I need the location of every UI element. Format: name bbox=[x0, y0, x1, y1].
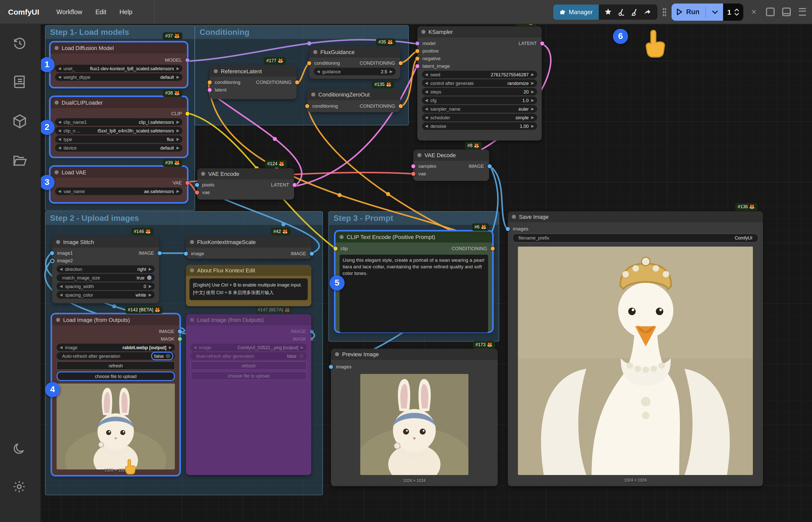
widget-auto-refresh[interactable]: Auto-refresh after generationfalse bbox=[57, 352, 175, 360]
prev-arrow-icon[interactable]: ◀ bbox=[425, 72, 428, 77]
output-slot-conditioning[interactable] bbox=[399, 61, 403, 65]
node-header[interactable]: Load VAE bbox=[50, 167, 187, 178]
collapse-dot-icon[interactable] bbox=[56, 240, 60, 244]
node-header[interactable]: ReferenceLatent bbox=[210, 66, 297, 77]
collapse-dot-icon[interactable] bbox=[55, 170, 59, 174]
input-slot-samples[interactable] bbox=[411, 164, 415, 168]
input-slot-image1[interactable] bbox=[50, 251, 54, 255]
output-slot-image[interactable] bbox=[178, 329, 182, 333]
node-flux-kontext-image-scale[interactable]: FluxKontextImageScale imageIMAGE bbox=[186, 237, 311, 259]
output-slot-conditioning[interactable] bbox=[295, 80, 299, 84]
input-slot-vae[interactable] bbox=[195, 190, 199, 194]
output-slot-vae[interactable] bbox=[185, 181, 189, 185]
node-header[interactable]: Image Stitch bbox=[52, 237, 159, 247]
prev-arrow-icon[interactable]: ◀ bbox=[425, 98, 428, 103]
prev-arrow-icon[interactable]: ◀ bbox=[58, 145, 61, 150]
prev-arrow-icon[interactable]: ◀ bbox=[425, 81, 428, 85]
model-library-icon[interactable] bbox=[12, 114, 28, 130]
node-load-image-outputs-2-bypassed[interactable]: Load Image (from Outputs) IMAGE MASK ◀im… bbox=[186, 314, 311, 475]
input-slot-conditioning[interactable] bbox=[305, 104, 309, 108]
choose-file-button[interactable]: choose file to upload bbox=[190, 372, 307, 380]
widget-auto-refresh[interactable]: Auto-refresh after generationfalse bbox=[190, 352, 307, 360]
next-arrow-icon[interactable]: ▶ bbox=[176, 66, 179, 71]
choose-file-button[interactable]: choose file to upload bbox=[57, 372, 175, 381]
node-vae-encode[interactable]: VAE Encode pixelsLATENT vae bbox=[197, 168, 294, 200]
widget-image-file[interactable]: ◀imageComfyUI_03521_.png [output]▶ bbox=[190, 344, 307, 351]
split-panel-icon[interactable] bbox=[781, 6, 792, 17]
next-arrow-icon[interactable]: ▶ bbox=[531, 107, 534, 111]
favorite-star-icon[interactable] bbox=[603, 6, 614, 17]
widget-spacing-color[interactable]: ◀spacing_colorwhite▶ bbox=[57, 291, 155, 299]
widget-direction[interactable]: ◀directionright▶ bbox=[57, 265, 155, 273]
output-slot-image[interactable] bbox=[157, 251, 161, 255]
node-load-vae[interactable]: Load VAE VAE ◀vae_nameae.safetensors▶ bbox=[50, 167, 187, 202]
node-dualcliploader[interactable]: DualCLIPLoader CLIP ◀clip_name1clip_l.sa… bbox=[50, 97, 187, 157]
collapse-dot-icon[interactable] bbox=[56, 318, 60, 322]
next-arrow-icon[interactable]: ▶ bbox=[148, 284, 151, 288]
widget-filename-prefix[interactable]: filename_prefixComfyUI bbox=[512, 234, 758, 243]
menu-workflow[interactable]: Workflow bbox=[56, 8, 82, 15]
output-slot-model[interactable] bbox=[185, 58, 189, 62]
next-arrow-icon[interactable]: ▶ bbox=[531, 98, 534, 103]
stepper-down-icon[interactable] bbox=[734, 13, 739, 15]
widget-clip-name1[interactable]: ◀clip_name1clip_l.safetensors▶ bbox=[55, 118, 182, 126]
input-slot-images[interactable] bbox=[506, 227, 510, 231]
input-slot-image[interactable] bbox=[184, 252, 188, 256]
prev-arrow-icon[interactable]: ◀ bbox=[194, 345, 197, 350]
next-arrow-icon[interactable]: ▶ bbox=[169, 345, 172, 350]
output-slot-image[interactable] bbox=[487, 164, 491, 168]
input-slot-latent[interactable] bbox=[207, 88, 211, 92]
auto-refresh-toggle[interactable]: false bbox=[151, 352, 173, 360]
node-header[interactable]: Load Image (from Outputs) bbox=[52, 314, 179, 325]
prev-arrow-icon[interactable]: ◀ bbox=[58, 66, 61, 71]
prev-arrow-icon[interactable]: ◀ bbox=[58, 137, 61, 141]
node-header[interactable]: VAE Decode bbox=[413, 149, 489, 161]
panel-square-icon[interactable] bbox=[765, 6, 776, 17]
output-slot-mask[interactable] bbox=[309, 337, 313, 341]
group-step3-title[interactable]: Step 3 - Prompt bbox=[329, 212, 499, 225]
next-arrow-icon[interactable]: ▶ bbox=[531, 89, 534, 94]
input-slot-positive[interactable] bbox=[415, 49, 419, 53]
hamburger-menu-icon[interactable] bbox=[797, 6, 808, 17]
node-preview-image[interactable]: Preview Image images 1024 × 1024 bbox=[331, 349, 498, 486]
node-header[interactable]: DualCLIPLoader bbox=[50, 97, 187, 108]
output-slot-image[interactable] bbox=[309, 329, 313, 333]
node-header[interactable]: CLIP Text Encode (Positive Prompt) bbox=[336, 232, 492, 243]
next-arrow-icon[interactable]: ▶ bbox=[176, 128, 179, 133]
widget-image-file[interactable]: ◀imagerabbit.webp [output]▶ bbox=[57, 344, 175, 351]
collapse-dot-icon[interactable] bbox=[190, 268, 194, 273]
widget-scheduler[interactable]: ◀schedulersimple▶ bbox=[422, 114, 537, 121]
group-step2-title[interactable]: Step 2 - Upload images bbox=[45, 212, 322, 225]
next-arrow-icon[interactable]: ▶ bbox=[176, 145, 179, 150]
history-icon[interactable] bbox=[12, 36, 28, 52]
vacuum-icon-2[interactable] bbox=[629, 6, 640, 17]
node-header[interactable]: VAE Encode bbox=[197, 168, 294, 179]
node-image-stitch[interactable]: Image Stitch image1IMAGE image2 ◀directi… bbox=[52, 237, 159, 303]
next-arrow-icon[interactable]: ▶ bbox=[531, 115, 534, 120]
node-header[interactable]: Save Image bbox=[508, 211, 763, 222]
widget-vae-name[interactable]: ◀vae_nameae.safetensors▶ bbox=[55, 187, 182, 195]
collapse-dot-icon[interactable] bbox=[55, 46, 59, 50]
prev-arrow-icon[interactable]: ◀ bbox=[425, 89, 428, 94]
prev-arrow-icon[interactable]: ◀ bbox=[58, 120, 61, 124]
next-arrow-icon[interactable]: ▶ bbox=[531, 72, 534, 77]
toggle-knob[interactable] bbox=[166, 354, 170, 358]
node-header[interactable]: About Flux Kontext Edit bbox=[186, 265, 311, 276]
settings-gear-icon[interactable] bbox=[12, 480, 28, 496]
node-save-image[interactable]: Save Image images filename_prefixComfyUI… bbox=[508, 211, 763, 486]
collapse-dot-icon[interactable] bbox=[512, 215, 516, 219]
output-slot-latent[interactable] bbox=[292, 183, 296, 187]
widget-guidance[interactable]: ◀guidance2.5▶ bbox=[314, 68, 395, 75]
widget-clip-name2[interactable]: ◀clip_n ...t5xxl_fp8_e4m3fn_scaled.safet… bbox=[55, 127, 182, 135]
output-slot-conditioning[interactable] bbox=[490, 246, 494, 250]
prev-arrow-icon[interactable]: ◀ bbox=[60, 293, 63, 297]
widget-denoise[interactable]: ◀denoise1.00▶ bbox=[422, 122, 537, 130]
queue-count[interactable]: 1 bbox=[723, 3, 743, 20]
toggle-knob[interactable] bbox=[299, 354, 304, 358]
output-slot-image[interactable] bbox=[309, 252, 313, 256]
prev-arrow-icon[interactable]: ◀ bbox=[60, 267, 63, 272]
node-load-diffusion-model[interactable]: Load Diffusion Model MODEL ◀unet_flux1-d… bbox=[50, 42, 187, 87]
widget-weight-dtype[interactable]: ◀weight_dtypedefault▶ bbox=[55, 73, 182, 81]
widget-steps[interactable]: ◀steps20▶ bbox=[422, 88, 537, 96]
next-arrow-icon[interactable]: ▶ bbox=[148, 267, 151, 272]
